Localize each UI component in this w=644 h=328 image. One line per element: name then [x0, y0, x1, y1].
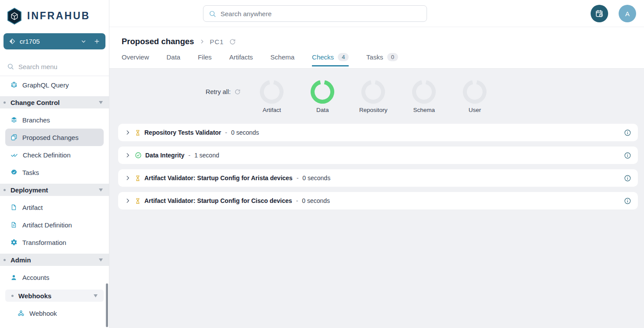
tab-files[interactable]: Files [198, 51, 212, 66]
sidebar-item-check-definition[interactable]: Check Definition [0, 146, 109, 164]
expand-row-button[interactable] [125, 175, 131, 181]
expand-row-button[interactable] [125, 129, 131, 136]
sidebar-item-branches[interactable]: Branches [0, 111, 109, 129]
sidebar: INFRAHUB cr1705 GraphQL QueryChange Cont… [0, 0, 109, 328]
tab-label: Tasks [366, 53, 383, 61]
tab-checks[interactable]: Checks4 [312, 51, 349, 66]
sidebar-item-label: Accounts [22, 274, 49, 281]
sidebar-scrollbar[interactable] [106, 283, 108, 327]
sidebar-item-transformation[interactable]: Transformation [0, 234, 109, 251]
expand-row-button[interactable] [125, 152, 131, 158]
sidebar-item-label: Artifact [22, 204, 43, 211]
sidebar-item-tasks[interactable]: Tasks [0, 164, 109, 181]
sidebar-item-webhook[interactable]: Webhook [0, 304, 109, 322]
check-row: Repository Tests Validator-0 seconds [118, 124, 638, 141]
info-icon [624, 152, 631, 159]
tasks-icon [10, 169, 18, 176]
check-info-button[interactable] [624, 152, 631, 159]
breadcrumb: Proposed changes PC1 [109, 27, 644, 46]
separator: - [225, 129, 228, 136]
refresh-icon [234, 89, 241, 95]
avatar[interactable]: A [619, 5, 636, 22]
info-icon [624, 174, 631, 182]
page-title[interactable]: Proposed changes [122, 37, 194, 46]
sidebar-group-deployment[interactable]: Deployment [0, 184, 109, 196]
tab-schema[interactable]: Schema [270, 51, 294, 66]
ring-label: Repository [359, 107, 388, 113]
retry-all-button[interactable] [234, 89, 241, 95]
create-branch-button[interactable] [94, 38, 100, 45]
check-info-button[interactable] [624, 174, 631, 182]
sidebar-item-graphql-query[interactable]: GraphQL Query [0, 76, 109, 94]
check-duration: 0 seconds [302, 174, 330, 181]
sidebar-search-input[interactable] [18, 63, 93, 70]
tab-data[interactable]: Data [167, 51, 181, 66]
progress-ring-success-icon [311, 80, 334, 104]
tab-overview[interactable]: Overview [122, 51, 149, 66]
check-row: Artifact Validator: Startup Config for C… [118, 192, 638, 209]
artifact-definition-icon [10, 221, 18, 228]
sidebar-item-artifact-definition[interactable]: Artifact Definition [0, 216, 109, 234]
branch-selector-label: cr1705 [20, 38, 40, 45]
breadcrumb-item[interactable]: PC1 [210, 38, 224, 45]
check-ring-schema[interactable]: Schema [399, 80, 449, 113]
calendar-clock-icon [595, 9, 604, 18]
tab-label: Checks [312, 53, 334, 61]
check-info-button[interactable] [624, 197, 631, 205]
sidebar-search[interactable] [0, 57, 109, 76]
chevron-down-icon[interactable] [80, 38, 87, 45]
bullet-icon [4, 259, 6, 261]
check-list: Repository Tests Validator-0 secondsData… [118, 124, 638, 209]
topbar: A [109, 0, 644, 27]
check-ring-repository[interactable]: Repository [348, 80, 399, 113]
global-search-input[interactable] [220, 10, 421, 17]
check-ring-user[interactable]: User [449, 80, 500, 113]
checks-panel: Retry all: ArtifactDataRepositorySchemaU… [109, 69, 644, 328]
infrahub-logo[interactable]: INFRAHUB [0, 0, 109, 27]
sidebar-group-change-control[interactable]: Change Control [0, 96, 109, 108]
refresh-page-button[interactable] [229, 38, 236, 45]
check-ring-artifact[interactable]: Artifact [246, 80, 297, 113]
separator: - [188, 152, 190, 159]
branch-selector[interactable]: cr1705 [4, 33, 105, 49]
webhook-icon [18, 310, 24, 317]
tab-artifacts[interactable]: Artifacts [229, 51, 253, 66]
check-definition-icon [10, 151, 18, 158]
sidebar-group-webhooks[interactable]: Webhooks [5, 290, 104, 302]
hourglass-icon [135, 175, 141, 181]
expand-row-button[interactable] [125, 198, 131, 204]
sidebar-item-proposed-changes[interactable]: Proposed Changes [5, 129, 104, 146]
tab-label: Files [198, 53, 212, 61]
bullet-icon [4, 189, 6, 191]
brand-name: INFRAHUB [27, 10, 90, 22]
progress-ring-icon [463, 80, 486, 104]
retry-all-label: Retry all: [206, 88, 231, 95]
chevron-collapse-icon[interactable] [99, 188, 103, 192]
accounts-icon [10, 274, 18, 281]
proposed-changes-icon [10, 134, 18, 141]
chevron-right-icon [125, 175, 131, 181]
info-icon [624, 129, 631, 136]
branch-icon [9, 38, 15, 45]
check-row: Data Integrity-1 second [118, 147, 638, 164]
sidebar-group-label: Webhooks [18, 292, 52, 300]
sidebar-item-artifact[interactable]: Artifact [0, 199, 109, 216]
sidebar-item-accounts[interactable]: Accounts [0, 269, 109, 286]
progress-ring-icon [412, 80, 436, 104]
infrahub-logo-icon [6, 7, 23, 25]
check-info-button[interactable] [624, 129, 631, 136]
schedule-button[interactable] [591, 5, 608, 22]
tab-tasks[interactable]: Tasks0 [366, 51, 398, 66]
chevron-collapse-icon[interactable] [99, 101, 103, 104]
chevron-collapse-icon[interactable] [94, 294, 98, 297]
sidebar-item-label: Proposed Changes [22, 134, 78, 141]
sidebar-item-label: Artifact Definition [22, 221, 72, 229]
check-circle-icon [135, 152, 142, 159]
global-search[interactable] [203, 5, 427, 22]
sidebar-group-label: Admin [10, 256, 31, 264]
sidebar-group-admin[interactable]: Admin [0, 254, 109, 266]
ring-label: User [469, 107, 481, 113]
check-ring-data[interactable]: Data [297, 80, 348, 113]
progress-ring-icon [260, 80, 284, 104]
chevron-collapse-icon[interactable] [99, 258, 103, 262]
